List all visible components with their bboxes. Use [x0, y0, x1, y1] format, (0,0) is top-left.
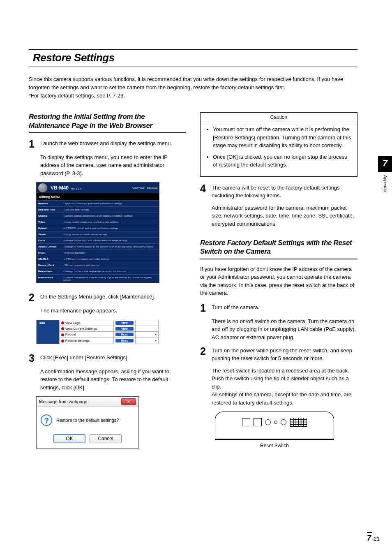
step-2: 2 On the Settings Menu page, click [Main… — [29, 292, 186, 303]
settings-menu-row: EventExternal device input and volume de… — [37, 237, 159, 243]
bullet-icon — [61, 333, 64, 336]
settings-menu-row: NetworkSystem administrator password and… — [37, 200, 159, 206]
settings-menu-row: CameraCamera control, parameters, and in… — [37, 213, 159, 219]
menu-row-label: Upload — [37, 225, 61, 231]
vent-grid-icon — [290, 418, 307, 427]
settings-menu-row: Date and TimeDate and time settings — [37, 206, 159, 213]
dialog-title-text: Message from webpage — [39, 399, 87, 404]
page-number: 7-21 — [367, 534, 380, 543]
menu-row-desc: Date and time settings — [61, 207, 159, 213]
tool-name-cell: Restore Settings — [59, 338, 113, 344]
step-number: 3 — [29, 353, 40, 363]
menu-row-label: SSL/TLS — [37, 256, 61, 262]
header-links: Admin Viewer Back to top — [132, 187, 157, 189]
tool-section-label: Tool — [37, 320, 60, 344]
confirm-dialog-screenshot: Message from webpage ✕ ? Restore to the … — [36, 396, 139, 449]
step-text: Launch the web browser and display the s… — [40, 139, 186, 148]
tool-button-cell: View — [113, 326, 136, 331]
tool-name-cell: View Current Settings — [59, 326, 113, 331]
left-subheading: Restoring the Initial Setting from the M… — [29, 112, 186, 133]
tool-flag-cell — [136, 320, 159, 326]
step-text: Turn off the camera. — [212, 303, 357, 312]
bullet-icon — [61, 321, 64, 324]
menu-row-desc: SD card operations and settings — [61, 262, 159, 268]
tool-flag-cell: • — [136, 331, 159, 338]
port-icon — [242, 418, 250, 426]
menu-row-label: Reboot Item — [37, 268, 61, 274]
tool-flag-cell: • — [136, 338, 159, 344]
step-number: 1 — [200, 303, 212, 313]
settings-menu-row: Memory CardSD card operations and settin… — [37, 262, 159, 268]
menu-row-desc: Image quality, image size, and frame rat… — [61, 219, 159, 225]
page-suffix: -21 — [372, 536, 380, 542]
step-text: On the Settings Menu page, click [Mainte… — [40, 292, 186, 301]
tool-button-cell: Exec — [113, 331, 136, 338]
menu-row-desc: IPsec configuration — [61, 250, 159, 256]
bullet-icon — [61, 327, 64, 330]
menu-row-desc: System administrator password and networ… — [61, 201, 159, 206]
menu-row-label: Server — [37, 231, 61, 237]
chapter-side-tab: 7 Appendix — [378, 156, 392, 192]
tool-button: View — [115, 327, 134, 331]
tool-button-cell: View — [113, 320, 136, 326]
section-title-bar: Restore Settings — [29, 49, 357, 67]
step-3-sub: A confirmation message appears, asking i… — [40, 368, 186, 392]
dialog-titlebar: Message from webpage ✕ — [37, 397, 138, 407]
page-chapter: 7 — [367, 532, 372, 542]
step-text: The camera will be reset to the factory … — [212, 183, 357, 200]
menu-row-label: Network — [37, 201, 61, 206]
step-number: 2 — [29, 292, 40, 303]
camera-version: Ver. 1.0.0 — [71, 187, 81, 190]
reset-step-2-sub: The reset switch is located in a recesse… — [212, 367, 357, 407]
step-2-sub: The maintenance page appears. — [40, 307, 186, 315]
chapter-label: Appendix — [383, 175, 387, 192]
intro-text: Since this camera supports various funct… — [29, 75, 357, 100]
warning-dot-icon: • — [155, 338, 157, 343]
step-number: 4 — [200, 183, 212, 194]
cancel-button: Cancel — [90, 434, 122, 443]
bullet-icon — [61, 340, 64, 342]
jack-icon — [265, 419, 271, 425]
left-column: Restoring the Initial Setting from the M… — [29, 112, 186, 449]
settings-menu-title: Setting Menu — [37, 193, 159, 200]
step-text: Turn on the power while pushing the rese… — [212, 346, 357, 363]
menu-row-label: Access Control — [37, 244, 61, 250]
settings-menu-row: MaintenanceCamera maintenance such as vi… — [37, 274, 159, 283]
caution-item: Once [OK] is clicked, you can no longer … — [213, 153, 351, 169]
ok-button: OK — [53, 434, 85, 443]
settings-menu-row: IPsecIPsec configuration — [37, 250, 159, 256]
menu-row-label: IPsec — [37, 250, 61, 256]
tool-name-cell: Reboot — [59, 331, 113, 338]
camera-back-diagram — [215, 412, 334, 440]
two-column-layout: Restoring the Initial Setting from the M… — [29, 112, 357, 449]
port-icon — [254, 418, 262, 426]
settings-menu-header: VB-M40 Ver. 1.0.0 Admin Viewer Back to t… — [37, 183, 159, 193]
menu-row-desc: Image server and audio server settings — [61, 231, 159, 237]
reset-step-1-sub: There is no on/off switch on the camera.… — [212, 317, 357, 342]
menu-row-label: Video — [37, 219, 61, 225]
step-1-sub: To display the settings menu, you need t… — [40, 153, 186, 178]
caution-title: Caution — [201, 113, 357, 122]
step-3: 3 Click [Exec] under [Restore Settings]. — [29, 353, 186, 363]
settings-menu-row: ServerImage server and audio server sett… — [37, 231, 159, 237]
reset-switch-icon — [274, 421, 277, 424]
chapter-number-badge: 7 — [378, 156, 392, 172]
diagram-caption: Reset Switch — [215, 443, 334, 449]
menu-row-label: Camera — [37, 213, 61, 219]
step-number: 2 — [200, 346, 212, 356]
right-intro: If you have forgotten or don't know the … — [200, 265, 357, 297]
tool-table-screenshot: ToolView LogsViewView Current SettingsVi… — [36, 320, 159, 344]
settings-menu-row: Access ControlSettings to restrict acces… — [37, 243, 159, 250]
menu-row-label: Event — [37, 238, 61, 243]
menu-row-label: Maintenance — [37, 275, 61, 283]
tool-name-cell: View Logs — [59, 320, 113, 326]
tool-button-cell: Exec — [113, 338, 136, 344]
admin-viewer-link: Admin Viewer — [132, 187, 145, 189]
tool-row: ToolView LogsView — [37, 320, 159, 326]
step-4: 4 The camera will be reset to the factor… — [200, 183, 357, 200]
caution-box: Caution You must not turn off the camera… — [200, 112, 357, 177]
reset-step-1: 1 Turn off the camera. — [200, 303, 357, 313]
caution-item: You must not turn off the camera while i… — [213, 125, 351, 150]
warning-dot-icon: • — [155, 332, 157, 337]
menu-row-label: Memory Card — [37, 262, 61, 268]
